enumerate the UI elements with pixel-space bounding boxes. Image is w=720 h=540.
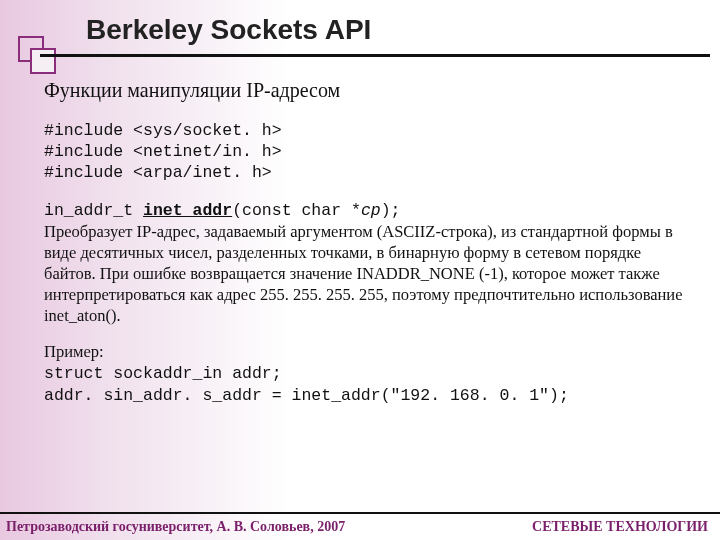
sig-args-var: cp [361,201,381,220]
slide-content: Функции манипуляции IP-адресом #include … [44,78,692,420]
example-label: Пример: [44,342,104,361]
slide-title: Berkeley Sockets API [86,14,371,46]
example-code: struct sockaddr_in addr; addr. sin_addr.… [44,364,569,405]
sig-function-name: inet_addr [143,201,232,220]
example-block: Пример: struct sockaddr_in addr; addr. s… [44,341,692,406]
function-description: in_addr_t inet_addr(const char *cp); Пре… [44,199,692,327]
description-text: Преобразует IP-адрес, задаваемый аргумен… [44,222,683,325]
sig-args-open: (const char * [232,201,361,220]
footer-right: СЕТЕВЫЕ ТЕХНОЛОГИИ [532,519,708,535]
sig-args-close: ); [381,201,401,220]
title-rule [40,54,710,57]
slide-footer: Петрозаводский госуниверситет, А. В. Сол… [0,512,720,540]
sig-return-type: in_addr_t [44,201,143,220]
include-block: #include <sys/socket. h> #include <netin… [44,120,692,183]
section-subtitle: Функции манипуляции IP-адресом [44,78,692,104]
footer-left: Петрозаводский госуниверситет, А. В. Сол… [6,519,345,535]
